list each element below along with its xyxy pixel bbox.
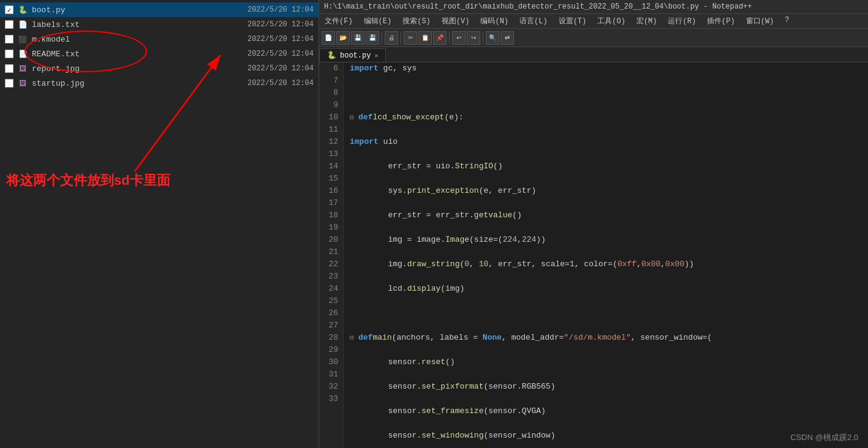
editor-tabs: 🐍 boot.py ✕ xyxy=(319,47,868,62)
filename-readme: README.txt xyxy=(32,50,241,59)
menu-search[interactable]: 搜索(S) xyxy=(401,15,432,27)
toolbar-sep3 xyxy=(449,32,450,44)
toolbar-redo[interactable]: ↪ xyxy=(467,31,480,45)
editor-menubar: 文件(F) 编辑(E) 搜索(S) 视图(V) 编码(N) 语言(L) 设置(T… xyxy=(319,14,868,29)
file-list: 🐍 boot.py 2022/5/20 12:04 📄 labels.txt 2… xyxy=(0,0,319,91)
file-item-report[interactable]: 🖼 report.jpg 2022/5/20 12:04 xyxy=(0,61,319,76)
menu-settings[interactable]: 设置(T) xyxy=(557,15,589,27)
menu-edit[interactable]: 编辑(E) xyxy=(362,15,394,27)
editor-toolbar: 📄 📂 💾 💾 🖨 ✂ 📋 📌 ↩ ↪ 🔍 ⇄ xyxy=(319,29,868,47)
filedate-kmodel: 2022/5/20 12:04 xyxy=(247,35,314,43)
toolbar-sep2 xyxy=(401,32,401,44)
menu-run[interactable]: 运行(R) xyxy=(666,15,698,27)
txt-icon-labels: 📄 xyxy=(17,19,28,30)
toolbar-cut[interactable]: ✂ xyxy=(404,31,417,45)
txt-icon-readme: 📄 xyxy=(17,48,28,59)
toolbar-find[interactable]: 🔍 xyxy=(486,31,499,45)
file-panel: 🐍 boot.py 2022/5/20 12:04 📄 labels.txt 2… xyxy=(0,0,319,448)
checkbox-startup[interactable] xyxy=(5,79,13,88)
filedate-startup: 2022/5/20 12:04 xyxy=(247,79,314,88)
checkbox-readme[interactable] xyxy=(5,50,13,58)
menu-language[interactable]: 语言(L) xyxy=(518,15,549,27)
filedate-labels: 2022/5/20 12:04 xyxy=(247,20,314,29)
tab-bootpy[interactable]: 🐍 boot.py ✕ xyxy=(319,48,386,62)
filedate-readme: 2022/5/20 12:04 xyxy=(247,50,314,58)
filename-report: report.jpg xyxy=(32,64,241,73)
toolbar-paste[interactable]: 📌 xyxy=(433,31,447,45)
annotation-container: 将这两个文件放到sd卡里面 xyxy=(6,171,170,190)
toolbar-print[interactable]: 🖨 xyxy=(385,31,398,45)
toolbar-new[interactable]: 📄 xyxy=(322,31,335,45)
menu-tools[interactable]: 工具(O) xyxy=(595,15,627,27)
kmodel-icon: ⬛ xyxy=(17,34,28,45)
file-item-readme[interactable]: 📄 README.txt 2022/5/20 12:04 xyxy=(0,47,319,61)
menu-window[interactable]: 窗口(W) xyxy=(744,15,776,27)
editor-panel: H:\1\maix_train\out\result_root_dir\maix… xyxy=(319,0,868,448)
toolbar-copy[interactable]: 📋 xyxy=(418,31,432,45)
menu-file[interactable]: 文件(F) xyxy=(323,15,355,27)
code-area[interactable]: import gc, sys ⊟def lcd_show_except(e): … xyxy=(344,62,868,448)
checkbox-boot[interactable] xyxy=(5,6,13,14)
toolbar-open[interactable]: 📂 xyxy=(336,31,350,45)
checkbox-kmodel[interactable] xyxy=(5,35,13,43)
filename-labels: labels.txt xyxy=(32,20,241,29)
file-item-startup[interactable]: 🖼 startup.jpg 2022/5/20 12:04 xyxy=(0,76,319,91)
file-item-kmodel[interactable]: ⬛ m.kmodel 2022/5/20 12:04 xyxy=(0,32,319,47)
menu-plugins[interactable]: 插件(P) xyxy=(705,15,737,27)
toolbar-replace[interactable]: ⇄ xyxy=(500,31,514,45)
watermark: CSDN @桃成蹊2.0 xyxy=(790,432,858,443)
file-item-boot[interactable]: 🐍 boot.py 2022/5/20 12:04 xyxy=(0,2,319,17)
filename-kmodel: m.kmodel xyxy=(32,35,241,44)
checkbox-labels[interactable] xyxy=(5,20,13,29)
annotation-text: 将这两个文件放到sd卡里面 xyxy=(6,171,170,190)
file-item-labels[interactable]: 📄 labels.txt 2022/5/20 12:04 xyxy=(0,17,319,32)
tab-icon-py: 🐍 xyxy=(327,51,336,60)
img-icon-report: 🖼 xyxy=(17,63,28,74)
filename-boot: boot.py xyxy=(32,6,241,15)
menu-macro[interactable]: 宏(M) xyxy=(635,15,659,27)
filedate-boot: 2022/5/20 12:04 xyxy=(247,6,314,14)
menu-help[interactable]: ? xyxy=(783,15,791,27)
menu-view[interactable]: 视图(V) xyxy=(440,15,472,27)
tab-label-bootpy: boot.py xyxy=(340,51,371,60)
toolbar-sep4 xyxy=(483,32,483,44)
img-icon-startup: 🖼 xyxy=(17,78,28,89)
filedate-report: 2022/5/20 12:04 xyxy=(247,64,314,73)
py-icon: 🐍 xyxy=(17,4,28,15)
editor-content: 6 7 8 9 10 11 12 13 14 15 16 17 18 19 20… xyxy=(319,62,868,448)
toolbar-save[interactable]: 💾 xyxy=(351,31,364,45)
checkbox-report[interactable] xyxy=(5,64,13,73)
toolbar-undo[interactable]: ↩ xyxy=(452,31,466,45)
filename-startup: startup.jpg xyxy=(32,79,241,88)
line-numbers: 6 7 8 9 10 11 12 13 14 15 16 17 18 19 20… xyxy=(319,62,344,448)
editor-titlebar: H:\1\maix_train\out\result_root_dir\maix… xyxy=(319,0,868,14)
toolbar-sep1 xyxy=(382,32,382,44)
tab-close-bootpy[interactable]: ✕ xyxy=(374,52,378,59)
menu-encode[interactable]: 编码(N) xyxy=(478,15,510,27)
toolbar-saveall[interactable]: 💾 xyxy=(366,31,379,45)
